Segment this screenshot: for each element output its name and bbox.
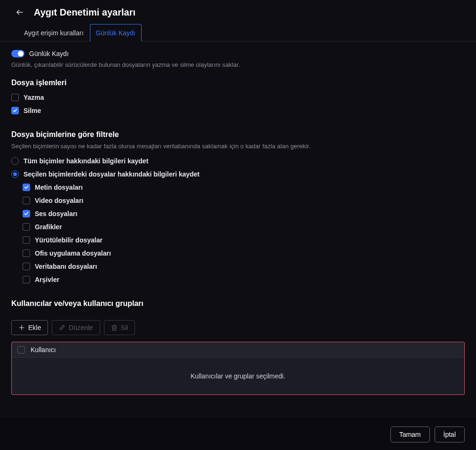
arrow-left-icon bbox=[16, 8, 24, 16]
logging-description: Günlük, çıkarılabilir sürücülerde buluna… bbox=[11, 61, 465, 68]
checkbox-office[interactable] bbox=[23, 249, 30, 257]
plus-icon bbox=[18, 324, 25, 331]
radio-selected[interactable] bbox=[11, 170, 19, 178]
checkbox-audio-label: Ses dosyaları bbox=[35, 210, 77, 217]
tab-logging[interactable]: Günlük Kaydı bbox=[90, 24, 142, 41]
users-table-body: Kullanıcılar ve gruplar seçilmedi. bbox=[12, 358, 464, 394]
checkbox-db[interactable] bbox=[23, 263, 30, 270]
users-table-header: Kullanıcı bbox=[12, 342, 464, 358]
logging-toggle-row: Günlük Kaydı bbox=[11, 50, 465, 57]
checkbox-write-row[interactable]: Yazma bbox=[11, 94, 465, 101]
checkbox-write[interactable] bbox=[11, 94, 19, 101]
checkbox-exec[interactable] bbox=[23, 236, 30, 244]
cancel-button[interactable]: İptal bbox=[435, 426, 465, 442]
checkbox-graphics-label: Grafikler bbox=[35, 223, 62, 231]
format-list: Metin dosyaları Video dosyaları Ses dosy… bbox=[11, 184, 465, 283]
checkbox-audio-row[interactable]: Ses dosyaları bbox=[23, 210, 465, 217]
checkbox-video[interactable] bbox=[23, 197, 30, 204]
radio-all-row[interactable]: Tüm biçimler hakkındaki bilgileri kaydet bbox=[11, 157, 465, 165]
checkbox-archive[interactable] bbox=[23, 276, 30, 283]
section-file-ops: Dosya işlemleri bbox=[11, 79, 465, 87]
check-icon bbox=[24, 211, 29, 216]
radio-all-label: Tüm biçimler hakkındaki bilgileri kaydet bbox=[24, 157, 148, 165]
user-action-buttons: Ekle Düzenle Sil bbox=[11, 320, 465, 335]
checkbox-delete-label: Silme bbox=[24, 107, 41, 114]
pencil-icon bbox=[59, 324, 65, 331]
logging-toggle[interactable] bbox=[11, 50, 24, 57]
check-icon bbox=[24, 185, 29, 190]
check-icon bbox=[13, 108, 17, 113]
checkbox-archive-row[interactable]: Arşivler bbox=[23, 276, 465, 283]
checkbox-graphics-row[interactable]: Grafikler bbox=[23, 223, 465, 231]
header: Aygıt Denetimi ayarları bbox=[0, 0, 476, 24]
checkbox-write-label: Yazma bbox=[24, 94, 44, 101]
select-all-checkbox[interactable] bbox=[17, 346, 25, 354]
checkbox-db-label: Veritabanı dosyaları bbox=[35, 263, 97, 270]
section-filter-sub: Seçilen biçimlerin sayısı ne kadar fazla… bbox=[11, 143, 465, 150]
back-button[interactable] bbox=[14, 7, 25, 18]
section-filter: Dosya biçimlerine göre filtrele bbox=[11, 130, 465, 139]
radio-selected-row[interactable]: Seçilen biçimlerdeki dosyalar hakkındaki… bbox=[11, 170, 465, 178]
radio-all[interactable] bbox=[11, 157, 19, 165]
checkbox-archive-label: Arşivler bbox=[35, 276, 59, 283]
empty-state-text: Kullanıcılar ve gruplar seçilmedi. bbox=[190, 372, 286, 380]
tab-bar: Aygıt erişim kuralları Günlük Kaydı bbox=[0, 24, 476, 41]
checkbox-audio[interactable] bbox=[23, 210, 30, 217]
logging-toggle-label: Günlük Kaydı bbox=[29, 50, 69, 57]
checkbox-delete-row[interactable]: Silme bbox=[11, 107, 465, 114]
checkbox-db-row[interactable]: Veritabanı dosyaları bbox=[23, 263, 465, 270]
checkbox-video-label: Video dosyaları bbox=[35, 197, 83, 204]
add-button[interactable]: Ekle bbox=[11, 320, 48, 335]
ok-button[interactable]: Tamam bbox=[390, 426, 430, 442]
page-title: Aygıt Denetimi ayarları bbox=[34, 7, 135, 18]
users-column-header: Kullanıcı bbox=[31, 346, 56, 354]
checkbox-exec-label: Yürütülebilir dosyalar bbox=[35, 236, 103, 244]
content-area: Günlük Kaydı Günlük, çıkarılabilir sürüc… bbox=[0, 41, 476, 418]
checkbox-text-label: Metin dosyaları bbox=[35, 184, 83, 191]
checkbox-video-row[interactable]: Video dosyaları bbox=[23, 197, 465, 204]
trash-icon bbox=[111, 324, 118, 331]
tab-access-rules[interactable]: Aygıt erişim kuralları bbox=[18, 24, 90, 41]
edit-button: Düzenle bbox=[52, 320, 100, 335]
checkbox-text-row[interactable]: Metin dosyaları bbox=[23, 184, 465, 191]
radio-selected-label: Seçilen biçimlerdeki dosyalar hakkındaki… bbox=[24, 170, 199, 178]
delete-button: Sil bbox=[104, 320, 135, 335]
checkbox-text[interactable] bbox=[23, 184, 30, 191]
users-table: Kullanıcı Kullanıcılar ve gruplar seçilm… bbox=[11, 342, 465, 395]
checkbox-office-row[interactable]: Ofis uygulama dosyaları bbox=[23, 249, 465, 257]
add-button-label: Ekle bbox=[28, 324, 41, 331]
checkbox-office-label: Ofis uygulama dosyaları bbox=[35, 249, 111, 257]
section-users: Kullanıcılar ve/veya kullanıcı grupları bbox=[11, 299, 465, 308]
checkbox-graphics[interactable] bbox=[23, 223, 30, 231]
delete-button-label: Sil bbox=[121, 324, 128, 331]
checkbox-exec-row[interactable]: Yürütülebilir dosyalar bbox=[23, 236, 465, 244]
checkbox-delete[interactable] bbox=[11, 107, 19, 114]
edit-button-label: Düzenle bbox=[69, 324, 93, 331]
footer: Tamam İptal bbox=[0, 418, 476, 450]
